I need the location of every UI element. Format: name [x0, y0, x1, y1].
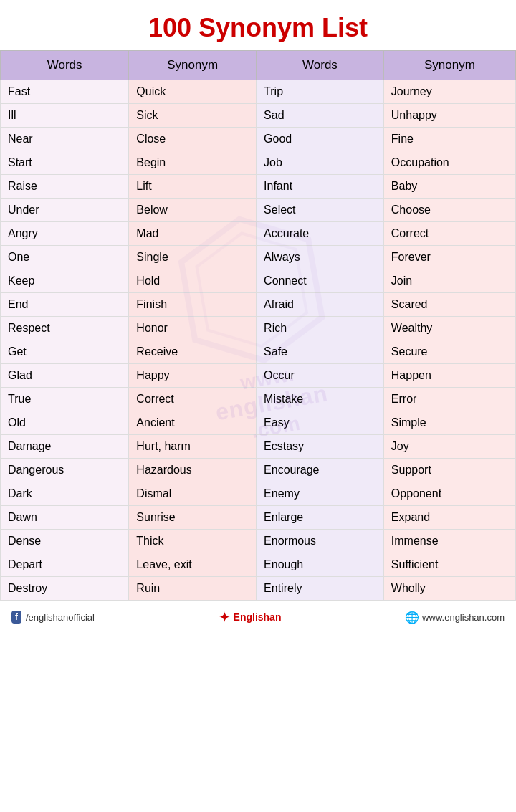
cell-7-3: Forever — [383, 246, 515, 269]
cell-15-3: Joy — [383, 435, 515, 459]
cell-3-0: Start — [1, 151, 129, 175]
table-row: RespectHonorRichWealthy — [1, 317, 516, 340]
footer-brand: ✦ Englishan — [219, 608, 282, 626]
cell-15-0: Damage — [1, 435, 129, 459]
cell-18-2: Enlarge — [257, 506, 384, 530]
cell-0-2: Trip — [257, 80, 384, 104]
table-wrapper: www. englishan .com Words Synonym Words … — [0, 50, 516, 601]
cell-3-2: Job — [257, 151, 384, 175]
cell-0-1: Quick — [129, 80, 257, 104]
cell-12-0: Glad — [1, 364, 129, 388]
table-row: UnderBelowSelectChoose — [1, 199, 516, 222]
cell-10-2: Rich — [257, 317, 384, 340]
englishan-icon: ✦ — [219, 608, 231, 626]
table-row: DamageHurt, harmEcstasyJoy — [1, 435, 516, 459]
cell-17-1: Dismal — [129, 482, 257, 506]
cell-14-1: Ancient — [129, 411, 257, 435]
cell-21-3: Wholly — [383, 577, 515, 601]
cell-13-3: Error — [383, 388, 515, 411]
cell-13-2: Mistake — [257, 388, 384, 411]
footer-website: 🌐 www.englishan.com — [405, 611, 505, 624]
cell-16-1: Hazardous — [129, 459, 257, 482]
facebook-icon: f — [11, 611, 22, 624]
website-url: www.englishan.com — [422, 612, 505, 623]
cell-3-1: Begin — [129, 151, 257, 175]
cell-7-2: Always — [257, 246, 384, 269]
cell-19-2: Enormous — [257, 530, 384, 553]
cell-15-2: Ecstasy — [257, 435, 384, 459]
brand-name: Englishan — [234, 611, 282, 623]
table-row: OldAncientEasySimple — [1, 411, 516, 435]
cell-8-1: Hold — [129, 269, 257, 293]
table-row: DangerousHazardousEncourageSupport — [1, 459, 516, 482]
cell-13-1: Correct — [129, 388, 257, 411]
cell-0-3: Journey — [383, 80, 515, 104]
cell-4-0: Raise — [1, 175, 129, 199]
globe-icon: 🌐 — [405, 611, 419, 624]
table-row: RaiseLiftInfantBaby — [1, 175, 516, 199]
cell-9-1: Finish — [129, 293, 257, 317]
cell-14-0: Old — [1, 411, 129, 435]
cell-2-3: Fine — [383, 128, 515, 151]
cell-17-3: Opponent — [383, 482, 515, 506]
table-row: DenseThickEnormousImmense — [1, 530, 516, 553]
cell-9-0: End — [1, 293, 129, 317]
cell-20-3: Sufficient — [383, 553, 515, 577]
cell-4-1: Lift — [129, 175, 257, 199]
header-col1: Words — [1, 51, 129, 80]
cell-21-2: Entirely — [257, 577, 384, 601]
cell-18-0: Dawn — [1, 506, 129, 530]
cell-4-2: Infant — [257, 175, 384, 199]
cell-16-2: Encourage — [257, 459, 384, 482]
cell-5-3: Choose — [383, 199, 515, 222]
table-row: GetReceiveSafeSecure — [1, 340, 516, 364]
table-row: NearCloseGoodFine — [1, 128, 516, 151]
cell-1-2: Sad — [257, 104, 384, 128]
table-row: TrueCorrectMistakeError — [1, 388, 516, 411]
cell-10-0: Respect — [1, 317, 129, 340]
footer: f /englishanofficial ✦ Englishan 🌐 www.e… — [0, 601, 516, 633]
cell-6-1: Mad — [129, 222, 257, 246]
table-row: AngryMadAccurateCorrect — [1, 222, 516, 246]
cell-13-0: True — [1, 388, 129, 411]
cell-8-3: Join — [383, 269, 515, 293]
cell-11-3: Secure — [383, 340, 515, 364]
cell-4-3: Baby — [383, 175, 515, 199]
cell-19-3: Immense — [383, 530, 515, 553]
table-row: DestroyRuinEntirelyWholly — [1, 577, 516, 601]
cell-6-0: Angry — [1, 222, 129, 246]
table-row: FastQuickTripJourney — [1, 80, 516, 104]
cell-7-0: One — [1, 246, 129, 269]
cell-5-2: Select — [257, 199, 384, 222]
table-row: StartBeginJobOccupation — [1, 151, 516, 175]
table-row: OneSingleAlwaysForever — [1, 246, 516, 269]
cell-11-0: Get — [1, 340, 129, 364]
cell-18-3: Expand — [383, 506, 515, 530]
cell-11-2: Safe — [257, 340, 384, 364]
cell-6-3: Correct — [383, 222, 515, 246]
cell-2-1: Close — [129, 128, 257, 151]
cell-20-2: Enough — [257, 553, 384, 577]
cell-20-1: Leave, exit — [129, 553, 257, 577]
page-title: 100 Synonym List — [0, 0, 516, 50]
cell-7-1: Single — [129, 246, 257, 269]
cell-12-1: Happy — [129, 364, 257, 388]
page: 100 Synonym List www. englishan .com Wor… — [0, 0, 516, 633]
table-row: DawnSunriseEnlargeExpand — [1, 506, 516, 530]
table-row: IllSickSadUnhappy — [1, 104, 516, 128]
header-col3: Words — [257, 51, 384, 80]
table-header-row: Words Synonym Words Synonym — [1, 51, 516, 80]
cell-0-0: Fast — [1, 80, 129, 104]
cell-5-1: Below — [129, 199, 257, 222]
cell-10-1: Honor — [129, 317, 257, 340]
cell-14-2: Easy — [257, 411, 384, 435]
cell-20-0: Depart — [1, 553, 129, 577]
facebook-handle: /englishanofficial — [26, 612, 95, 623]
cell-2-0: Near — [1, 128, 129, 151]
header-col4: Synonym — [383, 51, 515, 80]
cell-15-1: Hurt, harm — [129, 435, 257, 459]
cell-8-0: Keep — [1, 269, 129, 293]
synonym-table: Words Synonym Words Synonym FastQuickTri… — [0, 50, 516, 601]
cell-19-1: Thick — [129, 530, 257, 553]
table-row: GladHappyOccurHappen — [1, 364, 516, 388]
